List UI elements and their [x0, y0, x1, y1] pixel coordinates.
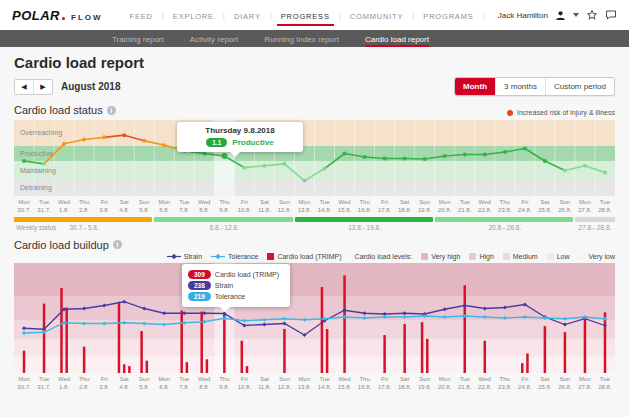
axis-day-label: Sat25.8. — [535, 196, 555, 215]
axis-day-label: Wed1.8. — [54, 196, 74, 215]
nav-item-diary[interactable]: DIARY — [234, 3, 261, 28]
custom-period-button[interactable]: Custom period — [545, 78, 614, 95]
axis-day-label: Tue7.8. — [174, 196, 194, 215]
cardio-load-status-chart[interactable]: Thursday 9.8.2018 1.1 Productive Overrea… — [14, 120, 615, 196]
legend-strain-label: Strain — [184, 253, 202, 260]
strain-value-pill: 238 — [188, 281, 211, 290]
axis-day-label: Sun5.8. — [134, 196, 154, 215]
axis-day-label: Fri3.8. — [94, 373, 114, 392]
axis-day-label: Fri10.8. — [234, 196, 254, 215]
nav-separator: | — [339, 11, 341, 20]
axis-day-label: Mon6.8. — [154, 196, 174, 215]
weekly-status-range: 13.8.- 19.8. — [294, 222, 434, 232]
axis-day-label: Sun12.8. — [274, 373, 294, 392]
risk-label: Increased risk of injury & illness — [517, 109, 615, 116]
subnav-cardio-load-report[interactable]: Cardio load report — [365, 31, 429, 47]
axis-day-label: Sun26.8. — [555, 196, 575, 215]
status-chart-svg — [14, 120, 615, 196]
axis-day-label: Sun19.8. — [415, 373, 435, 392]
legend-tolerance-label: Tolerance — [228, 253, 258, 260]
low-swatch-icon — [547, 253, 554, 260]
subnav-activity-report[interactable]: Activity report — [190, 31, 238, 47]
tooltip-tolerance-label: Tolerance — [215, 293, 245, 300]
axis-day-label: Mon13.8. — [294, 373, 314, 392]
nav-separator: | — [483, 11, 485, 20]
status-section-title-text: Cardio load status — [14, 104, 103, 116]
axis-day-label: Sun26.8. — [555, 373, 575, 392]
month-button[interactable]: Month — [455, 78, 495, 95]
axis-day-label: Fri10.8. — [234, 373, 254, 392]
tooltip-trimp-label: Cardio load (TRIMP) — [215, 271, 279, 278]
legend-strain: Strain — [167, 253, 202, 260]
next-period-button[interactable]: ▶ — [33, 80, 52, 94]
nav-separator: | — [223, 11, 225, 20]
medium-label: Medium — [513, 253, 538, 260]
axis-day-label: Tue21.8. — [455, 196, 475, 215]
axis-day-label: Wed15.8. — [335, 373, 355, 392]
period-arrows: ◀ ▶ — [14, 79, 53, 95]
nav-item-feed[interactable]: FEED — [130, 3, 153, 28]
legend-trimp: Cardio load (TRIMP) — [267, 253, 341, 260]
three-months-button[interactable]: 3 months — [495, 78, 545, 95]
nav-separator: | — [412, 11, 414, 20]
axis-day-label: Sun5.8. — [134, 373, 154, 392]
user-name[interactable]: Jack Hamilton — [498, 11, 548, 20]
high-swatch-icon — [469, 253, 476, 260]
status-value-label: Productive — [232, 138, 273, 147]
injury-risk-legend: Increased risk of injury & illness — [507, 109, 615, 116]
trimp-marker-icon — [267, 253, 274, 260]
main-menu: FEED| EXPLORE| DIARY| PROGRESS| COMMUNIT… — [121, 3, 498, 28]
weekly-status-range: 6.8.- 12.8. — [154, 222, 294, 232]
high-label: High — [479, 253, 493, 260]
axis-day-label: Sat18.8. — [395, 196, 415, 215]
user-avatar-icon[interactable] — [555, 10, 566, 21]
subnav-running-index-report[interactable]: Running Index report — [264, 31, 339, 47]
axis-day-label: Tue7.8. — [174, 373, 194, 392]
axis-day-label: Wed8.8. — [194, 196, 214, 215]
medium-swatch-icon — [503, 253, 510, 260]
legend-tolerance: Tolerance — [211, 253, 258, 260]
axis-day-label: Tue14.8. — [314, 373, 334, 392]
axis-day-label: Thu23.8. — [495, 196, 515, 215]
axis-day-label: Wed1.8. — [54, 373, 74, 392]
nav-separator: | — [162, 11, 164, 20]
cardio-load-buildup-chart[interactable]: 309Cardio load (TRIMP) 238Strain 219Tole… — [14, 263, 615, 373]
axis-day-label: Thu2.8. — [74, 196, 94, 215]
axis-day-label: Mon20.8. — [435, 196, 455, 215]
axis-day-label: Sat4.8. — [114, 196, 134, 215]
axis-day-label: Wed22.8. — [475, 196, 495, 215]
very-high-label: Very high — [431, 253, 460, 260]
polar-flow-logo[interactable]: POLAR FLOW — [12, 8, 103, 23]
messages-chat-icon[interactable] — [605, 9, 617, 21]
nav-item-community[interactable]: COMMUNITY — [350, 3, 403, 28]
nav-item-programs[interactable]: PROGRAMS — [423, 3, 473, 28]
axis-day-label: Fri17.8. — [375, 196, 395, 215]
flow-logo-text: FLOW — [71, 13, 103, 22]
axis-day-label: Mon27.8. — [575, 373, 595, 392]
levels-label: Cardio load levels: — [355, 253, 413, 260]
buildup-info-icon[interactable]: i — [113, 240, 122, 249]
buildup-chart-svg — [14, 263, 615, 373]
legend-level-very-low: Very low — [579, 253, 615, 260]
axis-day-label: Sun19.8. — [415, 196, 435, 215]
axis-day-label: Mon13.8. — [294, 196, 314, 215]
status-value-pill: 1.1 — [206, 138, 227, 147]
user-menu-caret-icon[interactable] — [573, 13, 579, 17]
status-info-icon[interactable]: i — [107, 106, 116, 115]
axis-day-label: Wed15.8. — [335, 196, 355, 215]
axis-day-label: Mon6.8. — [154, 373, 174, 392]
axis-day-label: Thu23.8. — [495, 373, 515, 392]
page-title: Cardio load report — [14, 54, 615, 71]
nav-separator: | — [270, 11, 272, 20]
axis-day-label: Tue21.8. — [455, 373, 475, 392]
weekly-status-range: 27.8.- 28.8. — [575, 222, 615, 232]
legend-level-medium: Medium — [503, 253, 538, 260]
axis-day-label: Fri24.8. — [515, 196, 535, 215]
axis-day-label: Tue28.8. — [595, 196, 615, 215]
subnav-training-report[interactable]: Training report — [112, 31, 164, 47]
nav-item-progress[interactable]: PROGRESS — [281, 3, 330, 28]
previous-period-button[interactable]: ◀ — [15, 80, 33, 94]
nav-item-explore[interactable]: EXPLORE — [173, 3, 214, 28]
favorites-star-icon[interactable] — [586, 9, 598, 21]
axis-day-label: Wed22.8. — [475, 373, 495, 392]
